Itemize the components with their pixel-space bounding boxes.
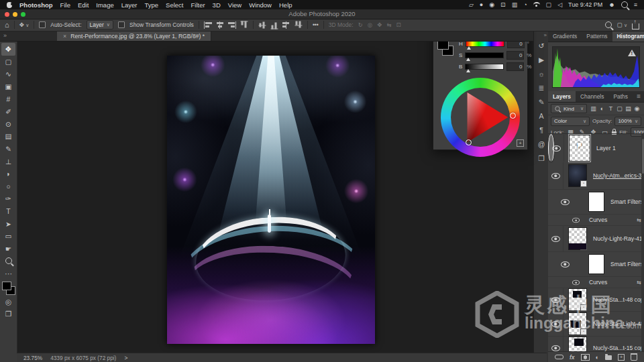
filter-entry-name[interactable]: Curves: [589, 279, 607, 286]
align-right-icon[interactable]: [228, 21, 236, 29]
close-window-button[interactable]: [5, 12, 9, 17]
menu-image[interactable]: Image: [96, 1, 113, 9]
document-tab[interactable]: × Rent-Performance.jpg @ 23.8% (Layer 1,…: [57, 31, 211, 41]
hand-tool[interactable]: ☛: [1, 243, 15, 255]
pen-tool[interactable]: ✑: [1, 192, 15, 205]
tab-channels[interactable]: Channels: [576, 91, 608, 102]
foreground-swatch[interactable]: [2, 282, 11, 290]
filter-toggle-icon[interactable]: ◉: [633, 105, 641, 112]
visibility-toggle[interactable]: [549, 135, 564, 162]
link-layers-icon[interactable]: [555, 355, 564, 359]
layer-name[interactable]: Nucly-Atm...erics-35: [593, 172, 644, 179]
filter-pixel-layers-icon[interactable]: ▥: [589, 105, 598, 112]
layers-scrollbar[interactable]: [641, 133, 644, 352]
dodge-tool[interactable]: ○: [1, 180, 15, 193]
foreground-background-swatches[interactable]: [437, 40, 455, 57]
visibility-toggle[interactable]: [557, 190, 572, 214]
move-tool[interactable]: ✥: [1, 43, 15, 56]
layer-row[interactable]: Curves⇆: [548, 277, 644, 288]
layer-row[interactable]: ▫Nucly-Atm...erics-35◎∧: [548, 162, 644, 190]
control-center-icon[interactable]: ≡: [634, 1, 637, 8]
filter-type-layers-icon[interactable]: T: [606, 105, 615, 112]
smart-filters-label[interactable]: Smart Filters: [610, 198, 643, 205]
layer-thumbnail[interactable]: ▫: [568, 337, 587, 352]
visibility-toggle[interactable]: [568, 215, 583, 225]
tab-histogram[interactable]: Histogram: [612, 31, 644, 42]
brush-settings-panel-icon[interactable]: ≣: [535, 80, 548, 95]
video-status-icon[interactable]: ⊡: [500, 1, 506, 8]
more-align-options-button[interactable]: •••: [313, 21, 319, 28]
s-slider-knob[interactable]: [466, 58, 470, 61]
crop-tool[interactable]: #: [1, 93, 15, 105]
document-image[interactable]: [167, 56, 375, 344]
menu-view[interactable]: View: [228, 1, 241, 9]
layer-row[interactable]: ▫Nucly-Sta...t-15 copy◎∧: [548, 337, 644, 352]
layer-thumbnail[interactable]: ▫: [568, 227, 587, 250]
h-slider-knob[interactable]: [467, 46, 471, 50]
menu-type[interactable]: Type: [144, 1, 158, 9]
menu-window[interactable]: Window: [249, 1, 272, 9]
layer-row[interactable]: ▫Nucly-Sta...Light-48◎∨: [548, 312, 644, 337]
path-select-tool[interactable]: ➤: [1, 217, 15, 230]
healing-brush-tool[interactable]: ⊙: [1, 118, 15, 131]
workspace-switcher[interactable]: ▢ ∨: [616, 21, 627, 28]
camera-status-icon[interactable]: ◉: [489, 1, 494, 8]
time-machine-icon[interactable]: ◔: [523, 1, 527, 8]
object-selection-tool[interactable]: ▣: [1, 80, 15, 93]
layer-effects-icon[interactable]: fx: [570, 354, 575, 361]
edit-toolbar-button[interactable]: ⋯: [1, 267, 15, 280]
history-panel-icon[interactable]: ↺: [535, 38, 548, 52]
layer-row[interactable]: ▫Nucly-Sta...t-48 copy◎∨: [548, 288, 644, 312]
auto-select-checkbox[interactable]: [39, 21, 46, 28]
adjustments-panel-icon[interactable]: ☼: [535, 66, 548, 80]
align-left-icon[interactable]: [204, 21, 212, 29]
visibility-toggle[interactable]: [548, 226, 564, 251]
layer-row[interactable]: ▫Nucly-Light-Ray-41◎∧: [548, 226, 644, 252]
new-layer-icon[interactable]: +: [618, 354, 625, 361]
share-icon[interactable]: [632, 23, 639, 29]
histogram-warning-icon[interactable]: [628, 50, 636, 56]
filter-mask-thumbnail[interactable]: [588, 192, 604, 212]
search-icon[interactable]: [605, 21, 612, 28]
s-slider-bar[interactable]: [465, 52, 504, 58]
layer-name[interactable]: Nucly-Sta...t-15 copy: [593, 345, 644, 351]
filter-entry-name[interactable]: Curves: [589, 217, 607, 223]
filter-shape-layers-icon[interactable]: ▢: [615, 105, 624, 112]
layer-thumbnail[interactable]: ▫: [568, 164, 587, 187]
eye-icon[interactable]: [572, 217, 579, 223]
filter-blend-options-icon[interactable]: ⇆: [637, 217, 641, 223]
user-icon[interactable]: ☻: [608, 1, 614, 8]
layer-row[interactable]: Layer 1☚: [548, 134, 554, 162]
tab-layers[interactable]: Layers: [548, 91, 576, 102]
b-slider-knob[interactable]: [466, 69, 470, 72]
visibility-toggle[interactable]: [548, 312, 564, 336]
minimize-window-button[interactable]: [13, 12, 17, 17]
zoom-window-button[interactable]: [21, 12, 25, 17]
home-icon[interactable]: ⌂: [5, 21, 9, 29]
blend-mode-dropdown[interactable]: Color∨: [551, 117, 590, 126]
menu-3d[interactable]: 3D: [213, 1, 221, 9]
layer-name[interactable]: Layer 1: [596, 145, 616, 152]
menu-layer[interactable]: Layer: [121, 1, 138, 9]
s-value-field[interactable]: 0: [506, 51, 524, 60]
eye-icon[interactable]: [551, 173, 560, 179]
type-tool[interactable]: T: [1, 205, 15, 218]
status-menu-chevron[interactable]: >: [124, 355, 127, 361]
apple-menu-icon[interactable]: [7, 2, 12, 8]
layer-row[interactable]: Smart Filters: [548, 190, 644, 215]
color-swatches[interactable]: [2, 282, 15, 295]
spotlight-search-icon[interactable]: [621, 1, 628, 8]
align-bottom-icon[interactable]: [270, 21, 278, 29]
character-panel-icon[interactable]: A: [535, 109, 548, 123]
b-slider-bar[interactable]: [465, 64, 504, 70]
visibility-toggle[interactable]: [568, 277, 583, 288]
panel-menu-icon[interactable]: ≡: [633, 91, 644, 102]
eye-icon[interactable]: [551, 297, 560, 303]
shape-tool[interactable]: ▭: [1, 230, 15, 243]
tab-paths[interactable]: Paths: [608, 91, 632, 102]
opacity-dropdown[interactable]: 100%∨: [614, 117, 641, 126]
visibility-toggle[interactable]: [557, 252, 572, 276]
layer-row[interactable]: Smart Filters: [548, 252, 644, 277]
marquee-tool[interactable]: ▢: [1, 56, 15, 68]
auto-select-dropdown[interactable]: Layer∨: [87, 20, 113, 29]
